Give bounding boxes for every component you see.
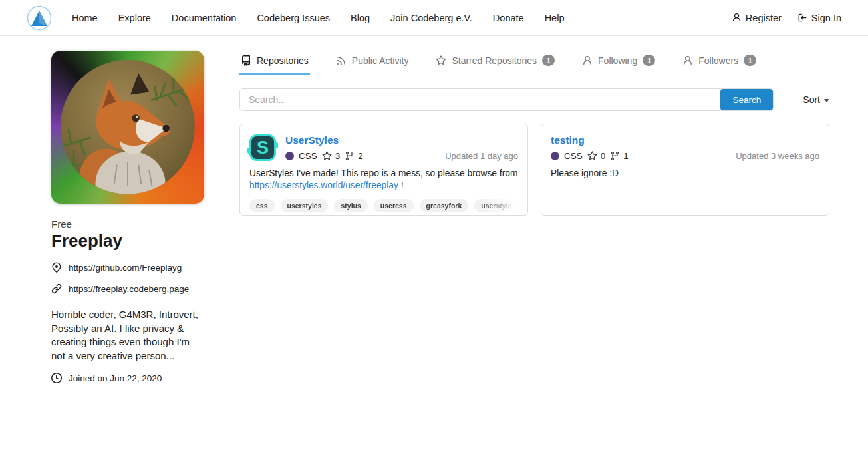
profile-joined-text: Joined on Jun 22, 2020 (69, 373, 162, 383)
repo-card-userstyles: S UserStyles CSS 3 (239, 124, 528, 216)
location-pin-icon (51, 262, 62, 273)
repo-card-head-right: testing CSS 0 (551, 134, 819, 161)
repo-language: CSS (299, 151, 317, 161)
profile-username: Freeplay (51, 231, 204, 251)
chevron-down-icon (824, 99, 829, 102)
topic-tag[interactable]: css (249, 199, 275, 212)
userstyles-repo-avatar: S (249, 134, 276, 161)
topic-tag[interactable]: stylus (334, 199, 367, 212)
language-dot-icon (285, 152, 294, 160)
profile-tabbar: Repositories Public Activity Starred Rep… (239, 51, 829, 75)
nav-link-help[interactable]: Help (545, 13, 565, 23)
nav-link-explore[interactable]: Explore (118, 13, 151, 23)
repo-topic-tags: css userstyles stylus usercss greasyfork… (249, 199, 518, 212)
top-navbar: Home Explore Documentation Codeberg Issu… (0, 0, 868, 36)
sort-label: Sort (803, 94, 820, 105)
profile-website-link[interactable]: https://freeplay.codeberg.page (69, 284, 189, 294)
repo-search-row: Search Sort (239, 88, 829, 111)
repo-icon (241, 55, 251, 66)
sign-in-icon (797, 13, 807, 23)
tab-following-label: Following (598, 55, 637, 66)
fox-avatar-image (61, 60, 195, 194)
topic-tag[interactable]: usercss (374, 199, 414, 212)
repo-card-header: S UserStyles CSS 3 (249, 134, 518, 161)
profile-sidebar: Free Freeplay https://github.com/Freepla… (51, 51, 204, 383)
repo-forks: 1 (610, 151, 629, 161)
sign-in-button[interactable]: Sign In (797, 13, 841, 23)
link-icon (51, 283, 62, 294)
nav-link-donate[interactable]: Donate (493, 13, 524, 23)
clock-icon (51, 373, 62, 383)
repo-stars: 3 (322, 151, 341, 161)
topic-tag[interactable]: userstyles (281, 199, 329, 212)
profile-website-row: https://freeplay.codeberg.page (51, 283, 204, 294)
tab-followers-label: Followers (698, 55, 738, 66)
language-dot-icon (551, 152, 559, 160)
followers-count-badge: 1 (744, 55, 756, 66)
following-count-badge: 1 (643, 55, 655, 66)
repo-description-text: Please ignore :D (551, 168, 619, 178)
nav-link-blog[interactable]: Blog (351, 13, 370, 23)
profile-display-name: Free (51, 218, 204, 230)
nav-auth-area: Register Sign In (732, 13, 841, 23)
repo-forks: 2 (345, 151, 363, 161)
tab-repositories-label: Repositories (257, 55, 309, 66)
tab-repositories[interactable]: Repositories (239, 51, 310, 75)
repo-fork-count: 1 (623, 151, 629, 161)
repo-description-link[interactable]: https://userstyles.world/user/freeplay (249, 180, 398, 190)
repo-description: Please ignore :D (551, 168, 819, 180)
repo-star-count: 3 (335, 151, 341, 161)
repo-link-testing[interactable]: testing (551, 134, 585, 146)
repo-fork-count: 2 (358, 151, 363, 161)
star-icon (587, 151, 597, 161)
repo-updated-time: Updated 3 weeks ago (736, 151, 819, 161)
nav-link-documentation[interactable]: Documentation (172, 13, 237, 23)
topic-tag[interactable]: userstyle (474, 199, 518, 212)
codeberg-logo[interactable] (27, 5, 52, 31)
repo-card-header: testing CSS 0 (551, 134, 819, 161)
nav-link-codeberg-issues[interactable]: Codeberg Issues (257, 13, 330, 23)
codeberg-mountain-icon (27, 5, 52, 31)
tab-following[interactable]: Following 1 (581, 51, 656, 75)
register-button[interactable]: Register (732, 13, 782, 23)
sign-in-label: Sign In (811, 13, 841, 23)
nav-link-home[interactable]: Home (72, 13, 98, 23)
nav-link-join-codeberg[interactable]: Join Codeberg e.V. (390, 13, 472, 23)
topic-tag[interactable]: greasyfork (420, 199, 469, 212)
repo-meta-row: CSS 0 1 (551, 151, 819, 161)
repo-search: Search (239, 88, 774, 111)
repo-card-head-right: UserStyles CSS 3 (285, 134, 518, 161)
repo-meta-row: CSS 3 2 (285, 151, 518, 161)
profile-bio: Horrible coder, G4M3R, Introvert, Possib… (51, 308, 204, 363)
register-label: Register (746, 13, 782, 23)
tab-public-activity-label: Public Activity (352, 55, 409, 66)
tab-starred-repositories[interactable]: Starred Repositories 1 (434, 51, 556, 75)
star-icon (436, 55, 446, 66)
person-icon (582, 55, 593, 66)
tab-followers[interactable]: Followers 1 (681, 51, 758, 75)
repo-stars: 0 (587, 151, 606, 161)
repo-description: UserStyles I've made! This repo is a mes… (249, 168, 518, 192)
repo-card-list: S UserStyles CSS 3 (239, 124, 829, 216)
stylus-logo-letter: S (257, 139, 269, 157)
profile-location-text: https://github.com/Freeplayg (69, 263, 182, 273)
git-branch-icon (610, 151, 620, 161)
person-icon (682, 55, 693, 66)
repo-link-userstyles[interactable]: UserStyles (285, 134, 339, 146)
tab-starred-label: Starred Repositories (452, 55, 537, 66)
starred-count-badge: 1 (542, 55, 555, 66)
profile-main: Repositories Public Activity Starred Rep… (239, 51, 829, 383)
profile-avatar (51, 51, 204, 204)
rss-icon (336, 55, 347, 66)
star-icon (322, 151, 332, 161)
repo-description-text: UserStyles I've made! This repo is a mes… (249, 168, 517, 178)
repo-search-button[interactable]: Search (720, 89, 773, 110)
profile-page: Free Freeplay https://github.com/Freepla… (0, 36, 868, 383)
repo-updated-time: Updated 1 day ago (445, 151, 518, 161)
tab-public-activity[interactable]: Public Activity (335, 51, 410, 75)
sort-dropdown[interactable]: Sort (803, 94, 829, 105)
repo-search-input[interactable] (240, 89, 720, 110)
repo-language: CSS (564, 151, 583, 161)
nav-links: Home Explore Documentation Codeberg Issu… (72, 13, 564, 23)
repo-description-suffix: ! (398, 180, 404, 190)
